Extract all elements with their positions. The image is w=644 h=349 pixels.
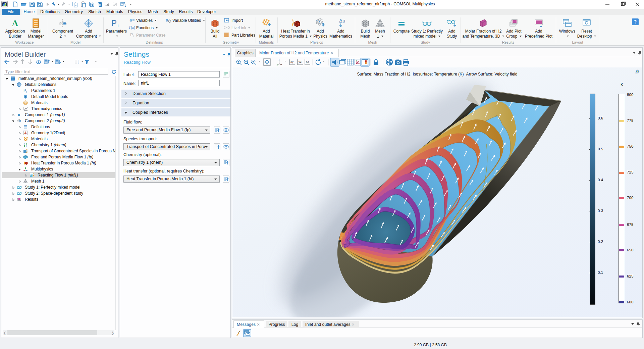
- svg-text:P: P: [130, 33, 133, 37]
- svg-text:xz: xz: [306, 60, 309, 63]
- svg-text:i: i: [133, 35, 134, 37]
- svg-text:a: a: [129, 18, 132, 22]
- svg-text:(x): (x): [131, 26, 135, 30]
- svg-text:i: i: [26, 90, 27, 93]
- svg-text:P: P: [23, 88, 26, 93]
- svg-text:xy: xy: [290, 60, 294, 63]
- svg-text:A: A: [24, 131, 27, 135]
- svg-text:P: P: [111, 18, 117, 28]
- svg-text:A: A: [25, 107, 27, 110]
- svg-text:i: i: [118, 23, 119, 28]
- svg-text:Δu: Δu: [339, 18, 345, 23]
- svg-text:A: A: [12, 18, 18, 28]
- svg-text:yz: yz: [299, 60, 302, 63]
- svg-text:a: a: [166, 18, 168, 22]
